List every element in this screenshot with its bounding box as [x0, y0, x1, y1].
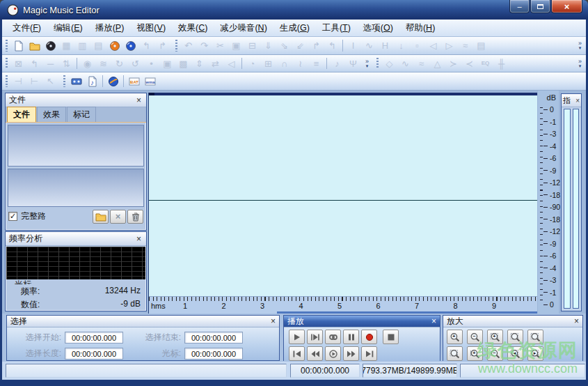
- toolbar-grip-handle[interactable]: [5, 40, 8, 52]
- envelope-icon[interactable]: ≋: [95, 56, 111, 70]
- diverge-icon[interactable]: ≺: [461, 56, 477, 70]
- pitch-icon[interactable]: ♪: [329, 56, 345, 70]
- file-import-icon[interactable]: ↰: [138, 39, 154, 53]
- chorus-icon[interactable]: ≡: [308, 56, 324, 70]
- rotate-left-icon[interactable]: ↺: [127, 56, 143, 70]
- menu-item[interactable]: 文件(F): [6, 20, 47, 36]
- toolbar-grip-handle[interactable]: [5, 75, 8, 87]
- menu-item[interactable]: 工具(T): [316, 20, 357, 36]
- undo-icon[interactable]: ↶: [180, 39, 196, 53]
- cross-fade-icon[interactable]: ◇: [381, 56, 397, 70]
- toolbar-grip-handle[interactable]: [63, 75, 66, 87]
- frame-b-icon[interactable]: ▩: [175, 56, 191, 70]
- burn-cd-icon[interactable]: [106, 39, 122, 53]
- menu-item[interactable]: 减少噪音(N): [214, 20, 273, 36]
- paint-tool-icon[interactable]: [105, 75, 121, 88]
- toolbar-grip-handle[interactable]: [175, 40, 178, 52]
- paste-mix-icon[interactable]: ⇘: [276, 39, 292, 53]
- select-wave-icon[interactable]: ∿: [361, 39, 377, 53]
- wma-file-icon[interactable]: wma: [142, 75, 158, 88]
- zoom-out-button[interactable]: −: [467, 330, 483, 344]
- zoom-in-button[interactable]: +: [447, 330, 463, 344]
- batch-file-icon[interactable]: BAT: [126, 75, 142, 88]
- cut-icon[interactable]: ✂: [212, 39, 228, 53]
- plug-right-icon[interactable]: ⊢: [26, 75, 42, 88]
- grab-icon[interactable]: ↖: [42, 75, 58, 88]
- audio-doc-icon[interactable]: ♪: [84, 75, 100, 88]
- stretch-icon[interactable]: ⇕: [191, 56, 207, 70]
- marker-list-icon[interactable]: ▫: [409, 39, 425, 53]
- wave-view-icon[interactable]: ≈: [457, 39, 473, 53]
- meter-panel-close-icon[interactable]: ×: [575, 97, 580, 105]
- selection-panel-close-icon[interactable]: ×: [271, 316, 276, 326]
- menu-item[interactable]: 效果(C): [172, 20, 214, 36]
- media-convert-icon[interactable]: [68, 75, 84, 88]
- file-export-icon[interactable]: ↱: [154, 39, 170, 53]
- pause-button[interactable]: [343, 330, 359, 344]
- expand-frame-icon[interactable]: ⊞: [260, 56, 276, 70]
- menu-item[interactable]: 视图(V): [130, 20, 172, 36]
- toolbar-overflow-chevron-icon[interactable]: »▾: [363, 59, 372, 68]
- full-path-checkbox[interactable]: ✓: [8, 212, 17, 221]
- vertical-zoom-out-button[interactable]: −: [487, 346, 503, 361]
- zoom-selection-in-button[interactable]: +: [487, 330, 503, 344]
- converge-icon[interactable]: ≻: [445, 56, 461, 70]
- normalize-icon[interactable]: •: [143, 56, 159, 70]
- exchange-icon[interactable]: ⇄: [207, 56, 223, 70]
- paste-icon[interactable]: ⇓: [260, 39, 276, 53]
- selection-length-input[interactable]: [65, 348, 123, 360]
- zoom-full-button[interactable]: [527, 330, 543, 344]
- maximize-button[interactable]: [530, 0, 550, 13]
- tuner-icon[interactable]: Ψ: [345, 56, 361, 70]
- prev-marker-icon[interactable]: ◁: [425, 39, 441, 53]
- copy-icon[interactable]: ▣: [228, 39, 244, 53]
- waveform-canvas[interactable]: [149, 95, 537, 296]
- region-list-icon[interactable]: ▤: [473, 39, 489, 53]
- play-to-end-button[interactable]: [307, 330, 323, 344]
- rewind-button[interactable]: [307, 346, 323, 361]
- save-all-icon[interactable]: ▤: [90, 39, 106, 53]
- headphones-icon[interactable]: ∩: [276, 56, 292, 70]
- open-cd-icon[interactable]: [42, 39, 58, 53]
- tab-标记[interactable]: 标记: [67, 107, 96, 122]
- menu-item[interactable]: 播放(P): [89, 20, 131, 36]
- cursor-input[interactable]: [184, 348, 243, 360]
- play-button[interactable]: [289, 330, 305, 344]
- tab-效果[interactable]: 效果: [37, 107, 66, 122]
- go-end-button[interactable]: [361, 346, 377, 361]
- zoom-panel-close-icon[interactable]: ×: [574, 316, 579, 326]
- file-list-secondary[interactable]: [8, 169, 144, 207]
- file-list[interactable]: [8, 125, 144, 167]
- selection-start-input[interactable]: [65, 332, 123, 343]
- title-bar[interactable]: Magic Music Editor – ×: [0, 0, 588, 20]
- delete-icon[interactable]: ⊠: [10, 56, 26, 70]
- toolbar-overflow-chevron-icon[interactable]: »▾: [575, 41, 585, 50]
- stop-button[interactable]: [383, 330, 399, 344]
- mute-icon[interactable]: ◁: [223, 56, 239, 70]
- sliders-icon[interactable]: ╫: [493, 56, 509, 70]
- silence-icon[interactable]: ─: [42, 56, 58, 70]
- invert-icon[interactable]: ⇅: [58, 56, 74, 70]
- open-file-icon[interactable]: [26, 39, 42, 53]
- tab-文件[interactable]: 文件: [7, 107, 36, 122]
- rotate-right-icon[interactable]: ↻: [111, 56, 127, 70]
- vertical-zoom-in-button[interactable]: +: [467, 346, 483, 361]
- cursor-select-icon[interactable]: I: [345, 39, 361, 53]
- select-range-icon[interactable]: H: [377, 39, 393, 53]
- menu-item[interactable]: 帮助(H): [399, 20, 441, 36]
- menu-item[interactable]: 编辑(E): [47, 20, 89, 36]
- close-button[interactable]: ×: [551, 0, 582, 13]
- echo-icon[interactable]: ≀: [292, 56, 308, 70]
- zoom-selection-button[interactable]: [507, 330, 523, 344]
- forward-button[interactable]: [343, 346, 359, 361]
- toolbar-grip-handle[interactable]: [376, 58, 379, 69]
- restore-icon[interactable]: ↰: [26, 56, 42, 70]
- paste-insert-icon[interactable]: ⇙: [292, 39, 308, 53]
- fade-in-icon[interactable]: △: [429, 56, 445, 70]
- play-cursor-button[interactable]: [325, 346, 341, 361]
- loop-button[interactable]: [325, 330, 341, 344]
- amplify-icon[interactable]: ◉: [79, 56, 95, 70]
- next-marker-icon[interactable]: ▷: [441, 39, 457, 53]
- frequency-panel-close-icon[interactable]: ×: [135, 234, 143, 244]
- selection-end-input[interactable]: [184, 332, 243, 343]
